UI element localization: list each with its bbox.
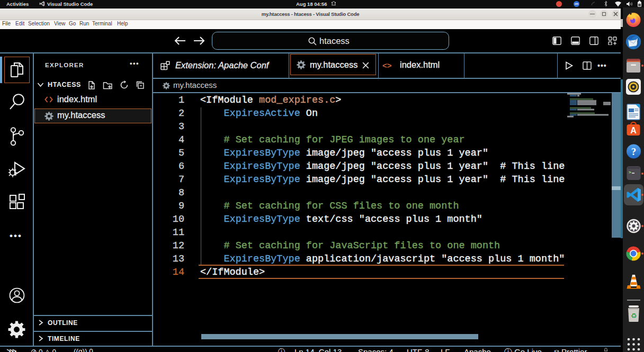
svg-text:♻: ♻ — [631, 312, 637, 320]
svg-text:?: ? — [631, 146, 637, 157]
svg-text:>: > — [629, 170, 631, 175]
svg-text:A: A — [630, 126, 637, 135]
